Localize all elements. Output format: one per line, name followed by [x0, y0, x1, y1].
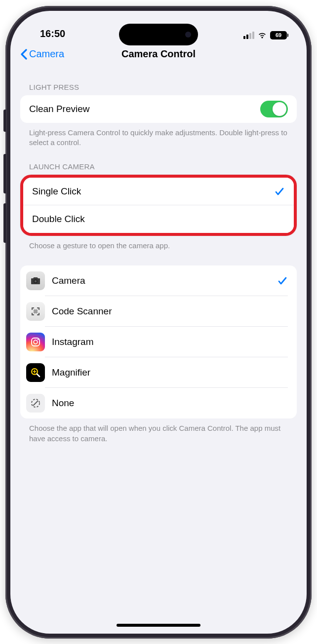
app-option-camera[interactable]: Camera [20, 265, 297, 296]
app-option-code-scanner[interactable]: Code Scanner [20, 296, 297, 327]
app-list-footer: Choose the app that will open when you c… [20, 418, 297, 444]
camera-app-icon [26, 271, 45, 290]
magnifier-app-icon [26, 363, 45, 382]
app-label: None [45, 398, 288, 409]
screen: 16:50 69 Camera Camera Control LIGHT PRE… [10, 11, 307, 634]
app-option-instagram[interactable]: Instagram [20, 327, 297, 357]
cellular-signal-icon [243, 32, 254, 39]
chevron-left-icon [20, 49, 27, 60]
instagram-app-icon [26, 333, 45, 351]
battery-icon: 69 [270, 31, 287, 39]
checkmark-icon [274, 186, 285, 197]
app-label: Magnifier [45, 367, 288, 378]
side-button [3, 203, 6, 243]
phone-frame: 16:50 69 Camera Camera Control LIGHT PRE… [5, 6, 312, 639]
settings-content: LIGHT PRESS Clean Preview Light-press Ca… [10, 68, 307, 444]
app-option-none[interactable]: None [20, 388, 297, 418]
status-indicators: 69 [243, 31, 287, 39]
wifi-icon [257, 32, 267, 39]
section-header-launch-camera: LAUNCH CAMERA [20, 148, 297, 175]
svg-rect-2 [34, 309, 38, 313]
app-label: Code Scanner [45, 306, 288, 317]
option-label: Single Click [32, 186, 274, 197]
none-app-icon [26, 394, 45, 413]
light-press-card: Clean Preview [20, 95, 297, 123]
app-option-magnifier[interactable]: Magnifier [20, 357, 297, 388]
dynamic-island [119, 24, 198, 45]
status-time: 16:50 [30, 28, 65, 39]
page-title: Camera Control [121, 48, 196, 60]
svg-point-4 [34, 340, 38, 344]
svg-point-1 [35, 280, 37, 283]
option-label: Double Click [32, 214, 285, 225]
side-button [3, 154, 6, 193]
side-button [3, 110, 6, 132]
launch-camera-footer: Choose a gesture to open the camera app. [20, 236, 297, 251]
clean-preview-label: Clean Preview [29, 104, 260, 114]
section-header-light-press: LIGHT PRESS [20, 73, 297, 95]
back-button[interactable]: Camera [20, 48, 64, 60]
svg-point-5 [38, 339, 39, 340]
option-double-click[interactable]: Double Click [23, 205, 294, 233]
clean-preview-row[interactable]: Clean Preview [20, 95, 297, 123]
app-label: Instagram [45, 337, 288, 347]
option-single-click[interactable]: Single Click [23, 178, 294, 205]
code-scanner-app-icon [26, 302, 45, 321]
back-label: Camera [29, 48, 64, 60]
checkmark-icon [277, 275, 288, 286]
annotation-highlight: Single Click Double Click [20, 175, 297, 236]
home-indicator[interactable] [117, 624, 200, 627]
app-label: Camera [45, 275, 277, 286]
light-press-footer: Light-press Camera Control to quickly ma… [20, 123, 297, 148]
clean-preview-toggle[interactable] [260, 101, 288, 117]
app-list-card: Camera Code Scanner [20, 265, 297, 418]
launch-camera-card: Single Click Double Click [23, 178, 294, 233]
